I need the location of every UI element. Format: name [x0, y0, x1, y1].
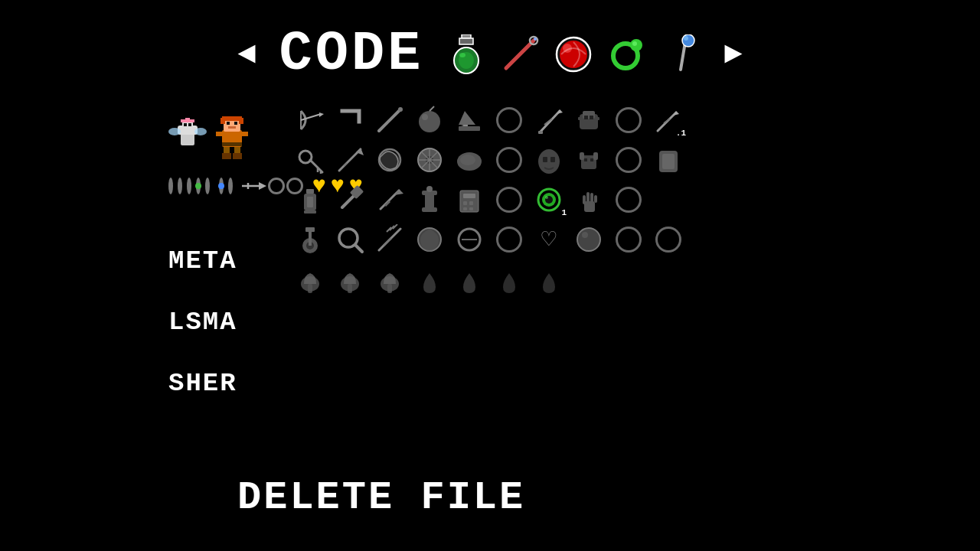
svg-rect-41: [228, 126, 236, 129]
item-key[interactable]: [291, 141, 329, 179]
slot-name-lsma[interactable]: LSMA: [168, 308, 291, 337]
svg-rect-118: [583, 195, 586, 204]
green-ring-icon[interactable]: [607, 34, 647, 74]
ring-slot-2: [178, 178, 182, 194]
item-mushroom-1[interactable]: [291, 263, 329, 302]
sprite-ghost: [168, 113, 207, 161]
wand-icon[interactable]: [500, 34, 540, 74]
item-knife[interactable]: [371, 181, 409, 219]
item-ring-empty-6[interactable]: [609, 181, 648, 219]
staff-icon[interactable]: [661, 34, 701, 74]
svg-point-136: [577, 228, 600, 251]
arrows-indicator: [242, 180, 266, 192]
svg-rect-98: [304, 210, 316, 214]
svg-marker-43: [259, 182, 266, 190]
svg-rect-53: [459, 126, 480, 131]
svg-rect-139: [308, 284, 312, 293]
svg-rect-30: [233, 153, 242, 159]
item-dark-orb[interactable]: [570, 220, 608, 259]
item-ring-empty-4[interactable]: [609, 141, 648, 179]
item-shield-disc[interactable]: [410, 220, 449, 259]
item-magnifier[interactable]: [331, 220, 369, 259]
svg-rect-24: [185, 118, 190, 122]
item-row-4: ♡: [291, 220, 812, 259]
ring-slot-8: [268, 178, 285, 194]
item-mushroom-3[interactable]: [371, 263, 409, 302]
green-potion-icon[interactable]: [446, 34, 486, 74]
svg-rect-92: [590, 158, 593, 161]
item-boomerang[interactable]: [331, 101, 369, 139]
ring-slot-5: [205, 178, 210, 194]
right-arrow-button[interactable]: ►: [724, 37, 742, 72]
item-mushroom-2[interactable]: [331, 263, 369, 302]
delete-file-section[interactable]: DELETE FILE: [237, 475, 525, 520]
item-arrow[interactable]: [331, 141, 369, 179]
item-drop-1[interactable]: [410, 263, 449, 302]
item-staff[interactable]: [371, 101, 409, 139]
svg-point-106: [426, 186, 433, 192]
item-lantern[interactable]: [291, 181, 329, 219]
svg-point-84: [460, 155, 475, 165]
item-hand[interactable]: [570, 181, 608, 219]
item-ring-empty-2[interactable]: [609, 101, 648, 139]
item-green-eye[interactable]: 1: [530, 181, 568, 219]
item-bow[interactable]: [291, 101, 329, 139]
item-bomb[interactable]: [410, 101, 449, 139]
top-icons: [446, 34, 701, 74]
item-empty-1: [649, 181, 688, 219]
ring-slot-7: [228, 178, 233, 194]
red-orb-icon[interactable]: [554, 34, 593, 74]
character-sprites: [168, 109, 291, 161]
svg-rect-29: [222, 153, 231, 159]
item-sword-badge[interactable]: .1: [649, 101, 688, 139]
item-row-1: .1: [291, 101, 812, 139]
item-ring-empty-5[interactable]: [490, 181, 528, 219]
item-dark-creature[interactable]: [570, 101, 608, 139]
sword-badge: .1: [676, 129, 686, 138]
svg-rect-143: [387, 284, 392, 293]
svg-rect-110: [469, 201, 473, 205]
svg-line-14: [681, 42, 685, 70]
item-ring-sher-1[interactable]: [609, 220, 648, 259]
svg-rect-111: [463, 207, 467, 210]
item-empty-3: [609, 263, 648, 302]
item-hat[interactable]: [450, 101, 488, 139]
item-comb[interactable]: [371, 220, 409, 259]
delete-file-label[interactable]: DELETE FILE: [237, 475, 525, 520]
svg-rect-39: [227, 122, 230, 125]
item-wheel[interactable]: [410, 141, 449, 179]
svg-rect-86: [543, 157, 547, 162]
item-sword[interactable]: [530, 101, 568, 139]
item-heart-outline[interactable]: ♡: [530, 220, 568, 259]
slot-name-meta[interactable]: META: [168, 246, 291, 276]
orb-svg: [554, 34, 593, 74]
item-rock[interactable]: [450, 141, 488, 179]
item-drop-3[interactable]: [490, 263, 528, 302]
item-hammer[interactable]: [331, 181, 369, 219]
item-row-3: 1: [291, 181, 812, 219]
item-drop-2[interactable]: [450, 263, 488, 302]
svg-rect-1: [459, 38, 473, 44]
item-spinner[interactable]: [371, 141, 409, 179]
item-drop-4[interactable]: [530, 263, 568, 302]
svg-rect-23: [188, 123, 191, 126]
item-ring-sher-2[interactable]: [649, 220, 688, 259]
item-ring-empty-1[interactable]: [490, 101, 528, 139]
game-screen: ◄ CODE: [0, 0, 980, 551]
item-shield-ring[interactable]: [649, 141, 688, 179]
svg-point-21: [194, 128, 207, 135]
top-bar: ◄ CODE: [0, 0, 980, 101]
item-chess[interactable]: [410, 181, 449, 219]
svg-rect-55: [463, 125, 468, 126]
item-calculator[interactable]: [450, 181, 488, 219]
item-loop[interactable]: [450, 220, 488, 259]
item-ring-empty-7[interactable]: [490, 220, 528, 259]
svg-rect-121: [594, 195, 597, 203]
item-creature-2[interactable]: [570, 141, 608, 179]
item-guitar[interactable]: [291, 220, 329, 259]
left-arrow-button[interactable]: ◄: [238, 37, 256, 72]
svg-rect-91: [584, 158, 587, 161]
item-ring-empty-3[interactable]: [490, 141, 528, 179]
slot-name-sher[interactable]: SHER: [168, 369, 291, 398]
item-mask[interactable]: [530, 141, 568, 179]
